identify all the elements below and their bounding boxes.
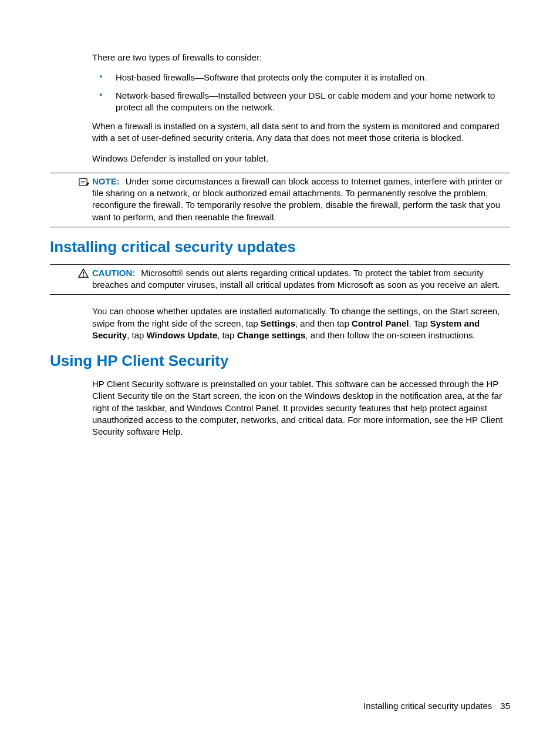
footer-section-label: Installing critical security updates	[363, 701, 492, 711]
intro-paragraph: There are two types of firewalls to cons…	[92, 52, 510, 63]
note-label: NOTE:	[92, 176, 120, 186]
caution-icon	[78, 268, 90, 279]
note-text: Under some circumstances a firewall can …	[92, 176, 502, 222]
note-icon	[78, 177, 90, 187]
hp-client-security-paragraph: HP Client Security software is preinstal…	[92, 378, 510, 438]
note-callout: NOTE:Under some circumstances a firewall…	[50, 173, 510, 227]
firewall-explanation: When a firewall is installed on a system…	[92, 120, 510, 145]
firewall-types-list: Host-based firewalls—Software that prote…	[92, 72, 510, 113]
list-item: Host-based firewalls—Software that prote…	[92, 72, 510, 83]
page-number: 35	[500, 701, 510, 711]
updates-instructions: You can choose whether updates are insta…	[92, 305, 510, 341]
caution-text: Microsoft® sends out alerts regarding cr…	[92, 268, 500, 290]
caution-callout: CAUTION:Microsoft® sends out alerts rega…	[50, 264, 510, 295]
defender-installed: Windows Defender is installed on your ta…	[92, 153, 510, 164]
list-item: Network-based firewalls—Installed betwee…	[92, 90, 510, 114]
svg-rect-0	[79, 179, 87, 186]
svg-point-2	[83, 275, 84, 277]
page-footer: Installing critical security updates35	[363, 701, 510, 711]
heading-hp-client-security: Using HP Client Security	[50, 352, 510, 370]
caution-label: CAUTION:	[92, 268, 135, 278]
heading-installing-updates: Installing critical security updates	[50, 238, 510, 256]
